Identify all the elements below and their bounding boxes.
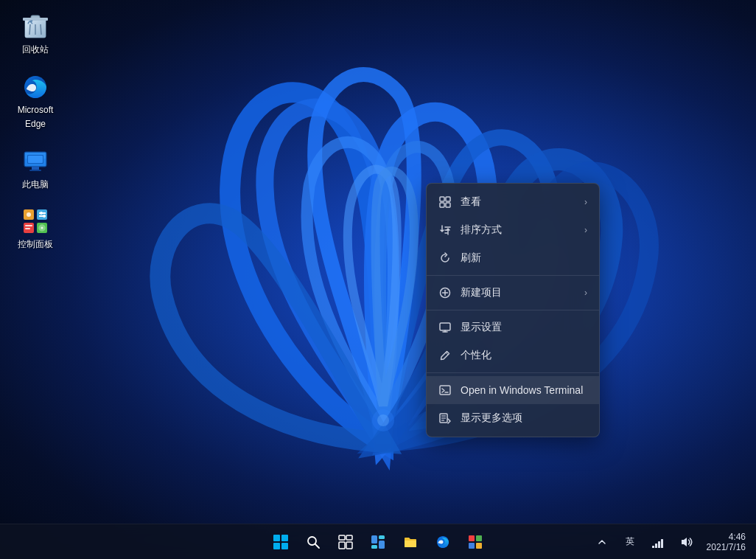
context-menu-item-more[interactable]: 显示更多选项 [427,404,599,432]
recycle-bin-icon [21,12,50,41]
desktop-icon-recycle-bin[interactable]: 回收站 [7,7,63,60]
terminal-icon [438,383,452,397]
language-indicator[interactable]: 英 [618,530,642,554]
desktop-background [0,0,756,559]
svg-rect-32 [446,203,450,207]
svg-rect-50 [281,535,288,541]
taskbar-tray: 英 4:46 2021/7/16 [590,530,750,554]
more-options-label: 显示更多选项 [461,412,522,425]
view-label: 查看 [461,195,481,209]
new-arrow: › [584,288,587,298]
svg-rect-57 [339,542,345,549]
context-menu-item-view[interactable]: 查看 › [427,188,599,216]
svg-rect-55 [339,535,345,540]
menu-divider-1 [427,275,599,276]
svg-rect-67 [652,546,654,548]
svg-rect-59 [371,535,377,544]
task-view-button[interactable] [331,527,360,557]
control-panel-label: 控制面板 [18,239,53,251]
context-menu-item-terminal[interactable]: Open in Windows Terminal [427,376,599,404]
file-explorer-button[interactable] [396,527,425,557]
context-menu: 查看 › 排序方式 › 刷新 [426,183,600,437]
view-icon [438,195,452,209]
clock-time: 4:46 [729,532,746,542]
start-button[interactable] [266,527,295,557]
svg-rect-25 [25,225,32,226]
terminal-label: Open in Windows Terminal [461,384,583,396]
svg-line-6 [29,24,30,35]
edge-label-line1: Microsoft [18,105,54,117]
edge-label-line2: Edge [25,119,46,131]
task-view-icon [338,535,353,549]
svg-rect-49 [273,535,280,541]
this-pc-icon [21,147,50,176]
wallpaper-art [74,0,737,559]
svg-point-28 [41,227,43,229]
personalize-label: 个性化 [461,349,491,362]
svg-point-22 [40,212,43,215]
speaker-icon [679,535,693,549]
chevron-up-icon [597,537,607,547]
desktop-icon-this-pc[interactable]: 此电脑 [7,142,63,195]
context-menu-item-display[interactable]: 显示设置 [427,313,599,341]
volume-icon[interactable] [674,530,698,554]
clock[interactable]: 4:46 2021/7/16 [702,530,750,554]
control-panel-icon [21,206,50,236]
menu-divider-2 [427,310,599,310]
network-status-icon [651,535,665,549]
svg-rect-13 [29,170,41,171]
svg-rect-30 [446,197,450,201]
sort-label: 排序方式 [461,223,502,237]
svg-rect-64 [476,535,482,541]
svg-rect-62 [371,545,377,549]
svg-rect-58 [346,542,352,549]
svg-point-24 [43,215,46,218]
menu-divider-3 [427,372,599,373]
svg-point-20 [27,212,31,217]
svg-rect-52 [281,543,288,549]
svg-rect-26 [25,228,30,229]
clock-date: 2021/7/16 [707,542,746,552]
taskbar: 英 4:46 2021/7/16 [0,524,756,559]
svg-rect-39 [440,323,450,330]
store-taskbar-button[interactable] [461,527,490,557]
language-text: 英 [626,535,634,548]
svg-rect-68 [655,544,657,548]
desktop-icon-edge[interactable]: Microsoft Edge [7,68,63,135]
desktop-icon-control-panel[interactable]: 控制面板 [7,202,63,255]
svg-rect-15 [28,156,43,163]
context-menu-item-sort[interactable]: 排序方式 › [427,216,599,244]
network-icon[interactable] [646,530,670,554]
desktop-icons-container: 回收站 Microsoft Edg [7,7,63,255]
display-label: 显示设置 [461,321,502,334]
svg-rect-69 [658,541,660,548]
refresh-label: 刷新 [461,251,481,265]
edge-taskbar-button[interactable] [428,527,458,557]
svg-rect-66 [476,543,482,549]
svg-rect-63 [469,535,475,541]
context-menu-item-new[interactable]: 新建项目 › [427,279,599,307]
svg-rect-29 [440,197,444,201]
store-icon [468,535,483,549]
svg-rect-51 [273,543,280,549]
refresh-icon [438,251,452,265]
sort-icon [438,223,452,237]
svg-point-53 [308,537,316,545]
search-button[interactable] [298,527,328,557]
widgets-icon [371,535,385,549]
tray-chevron[interactable] [590,530,614,554]
widgets-button[interactable] [363,527,393,557]
svg-line-8 [41,24,41,35]
svg-rect-70 [661,539,663,548]
svg-rect-12 [32,167,39,170]
edge-taskbar-icon [435,535,450,549]
context-menu-item-personalize[interactable]: 个性化 [427,341,599,369]
search-icon [306,535,321,549]
svg-rect-56 [346,535,352,540]
this-pc-label: 此电脑 [22,179,49,191]
display-icon [438,321,452,334]
new-item-icon [438,286,452,299]
new-label: 新建项目 [461,286,502,299]
context-menu-item-refresh[interactable]: 刷新 [427,244,599,272]
personalize-icon [438,349,452,362]
